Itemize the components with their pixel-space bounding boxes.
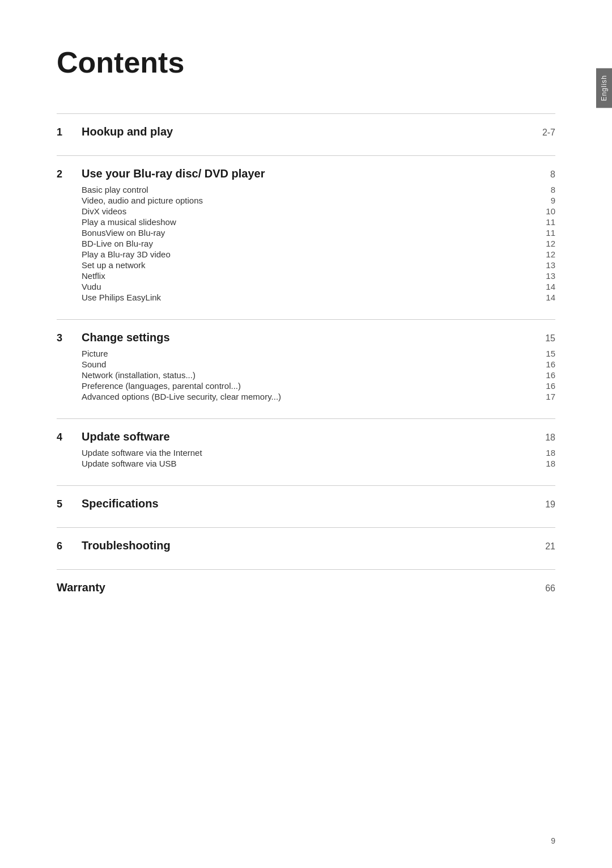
section-1-page: 2-7 [542, 128, 555, 138]
divider-3 [57, 319, 555, 320]
list-item: Preference (languages, parental control.… [82, 381, 555, 391]
section-3-page: 15 [545, 333, 555, 344]
section-1-title: Hookup and play [82, 125, 173, 138]
list-item: Network (installation, status...) 16 [82, 370, 555, 380]
section-1: 1 Hookup and play 2-7 [57, 125, 555, 138]
section-1-title-row: 1 Hookup and play [57, 125, 173, 138]
warranty-page: 66 [545, 583, 555, 594]
list-item: Advanced options (BD-Live security, clea… [82, 392, 555, 401]
page-number: 9 [551, 836, 555, 845]
warranty-section: Warranty 66 [57, 581, 555, 594]
list-item: Picture 15 [82, 349, 555, 358]
divider-6 [57, 527, 555, 528]
section-2-number: 2 [57, 168, 70, 180]
section-5: 5 Specifications 19 [57, 497, 555, 510]
section-4-page: 18 [545, 433, 555, 443]
section-6-number: 6 [57, 540, 70, 552]
section-5-title-row: 5 Specifications [57, 497, 159, 510]
divider-2 [57, 155, 555, 156]
divider-5 [57, 485, 555, 486]
section-4-sub-items: Update software via the Internet 18 Upda… [57, 448, 555, 468]
section-5-title: Specifications [82, 497, 159, 510]
section-4-title-row: 4 Update software [57, 430, 170, 443]
list-item: Update software via USB 18 [82, 459, 555, 468]
section-2-title-row: 2 Use your Blu-ray disc/ DVD player [57, 167, 265, 180]
section-2-header: 2 Use your Blu-ray disc/ DVD player 8 [57, 167, 555, 180]
section-5-page: 19 [545, 499, 555, 510]
section-3-sub-items: Picture 15 Sound 16 Network (installatio… [57, 349, 555, 401]
sidebar-language-tab: English [596, 68, 612, 108]
section-3: 3 Change settings 15 Picture 15 Sound 16… [57, 331, 555, 401]
list-item: Use Philips EasyLink 14 [82, 293, 555, 302]
section-5-number: 5 [57, 498, 70, 510]
sidebar-label: English [600, 75, 608, 101]
list-item: Netflix 13 [82, 271, 555, 281]
list-item: DivX videos 10 [82, 206, 555, 216]
section-6-page: 21 [545, 541, 555, 552]
list-item: Sound 16 [82, 359, 555, 369]
section-4-title: Update software [82, 430, 170, 443]
divider-warranty [57, 569, 555, 570]
section-6: 6 Troubleshooting 21 [57, 539, 555, 552]
page-title: Contents [57, 45, 555, 79]
divider-1 [57, 113, 555, 114]
page-container: English Contents 1 Hookup and play 2-7 2… [0, 0, 612, 868]
list-item: Play a musical slideshow 11 [82, 217, 555, 227]
section-4-number: 4 [57, 431, 70, 443]
section-5-header: 5 Specifications 19 [57, 497, 555, 510]
section-3-title-row: 3 Change settings [57, 331, 170, 344]
section-3-header: 3 Change settings 15 [57, 331, 555, 344]
section-3-title: Change settings [82, 331, 170, 344]
list-item: Basic play control 8 [82, 185, 555, 194]
section-2: 2 Use your Blu-ray disc/ DVD player 8 Ba… [57, 167, 555, 302]
section-6-title: Troubleshooting [82, 539, 171, 552]
section-6-title-row: 6 Troubleshooting [57, 539, 171, 552]
list-item: BD-Live on Blu-ray 12 [82, 239, 555, 248]
section-6-header: 6 Troubleshooting 21 [57, 539, 555, 552]
list-item: Play a Blu-ray 3D video 12 [82, 249, 555, 259]
section-4-header: 4 Update software 18 [57, 430, 555, 443]
section-2-sub-items: Basic play control 8 Video, audio and pi… [57, 185, 555, 302]
list-item: Set up a network 13 [82, 260, 555, 270]
list-item: BonusView on Blu-ray 11 [82, 228, 555, 238]
section-3-number: 3 [57, 332, 70, 344]
divider-4 [57, 418, 555, 419]
warranty-title: Warranty [57, 581, 105, 594]
section-2-title: Use your Blu-ray disc/ DVD player [82, 167, 265, 180]
warranty-header: Warranty 66 [57, 581, 555, 594]
section-1-header: 1 Hookup and play 2-7 [57, 125, 555, 138]
section-4: 4 Update software 18 Update software via… [57, 430, 555, 468]
section-1-number: 1 [57, 126, 70, 138]
list-item: Video, audio and picture options 9 [82, 196, 555, 205]
section-2-page: 8 [550, 170, 555, 180]
list-item: Update software via the Internet 18 [82, 448, 555, 458]
list-item: Vudu 14 [82, 282, 555, 291]
